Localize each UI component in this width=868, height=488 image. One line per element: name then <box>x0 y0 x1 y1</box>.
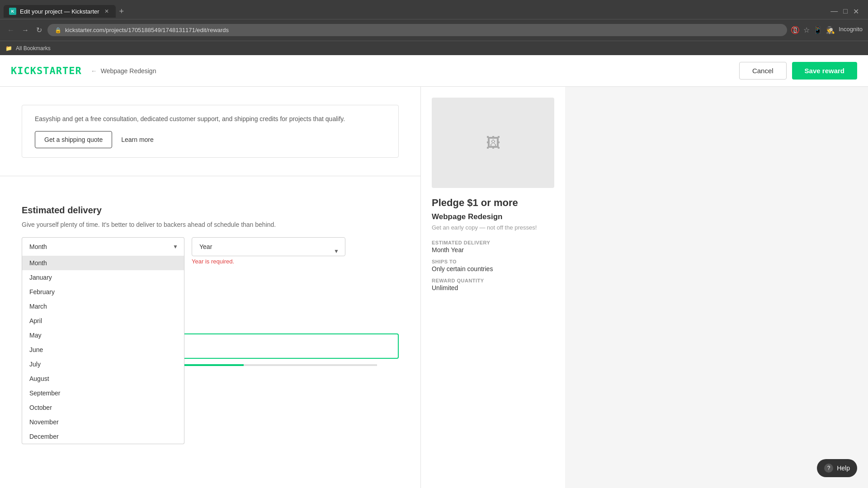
dropdown-item-december[interactable]: December <box>22 429 184 444</box>
dropdown-item-month[interactable]: Month <box>22 256 184 270</box>
save-reward-button[interactable]: Save reward <box>792 62 857 80</box>
reward-description: Get an early copy — not off the presses! <box>432 224 554 231</box>
main-content: Easyship and get a free consultation, de… <box>0 87 420 488</box>
year-error-text: Year is required. <box>192 258 345 265</box>
delivery-selects: Month January February March April May J… <box>22 237 399 265</box>
estimated-delivery-subtitle: Give yourself plenty of time. It's bette… <box>22 221 399 228</box>
dropdown-item-july[interactable]: July <box>22 357 184 371</box>
bookmarks-label[interactable]: All Bookmarks <box>16 45 51 52</box>
month-select[interactable]: Month January February March April May J… <box>22 237 184 256</box>
dropdown-item-september[interactable]: September <box>22 386 184 400</box>
estimated-delivery-section: Estimated delivery Give yourself plenty … <box>0 194 420 265</box>
dropdown-item-november[interactable]: November <box>22 415 184 429</box>
delivery-value: Month Year <box>432 246 554 253</box>
month-dropdown-menu: Month January February March April May J… <box>22 256 184 444</box>
shipping-promo-box: Easyship and get a free consultation, de… <box>22 105 399 158</box>
browser-toolbar: ← → ↻ 🔒 kickstarter.com/projects/1705188… <box>0 19 868 41</box>
pledge-amount: Pledge $1 or more <box>432 197 554 209</box>
dropdown-item-october[interactable]: October <box>22 400 184 415</box>
lock-icon: 🔒 <box>55 27 61 33</box>
cancel-button[interactable]: Cancel <box>739 62 787 80</box>
main-layout: Easyship and get a free consultation, de… <box>0 87 868 488</box>
reload-button[interactable]: ↻ <box>34 24 44 36</box>
quantity-label: REWARD QUANTITY <box>432 278 554 283</box>
sidebar: 🖼 Pledge $1 or more Webpage Redesign Get… <box>420 87 565 488</box>
incognito-icon[interactable]: 🕵️ <box>826 26 835 34</box>
back-button[interactable]: ← <box>5 24 16 36</box>
address-bar[interactable]: 🔒 kickstarter.com/projects/1705188549/17… <box>47 24 787 36</box>
ships-label: SHIPS TO <box>432 259 554 264</box>
help-label: Help <box>837 465 850 472</box>
sidebar-preview-image: 🖼 <box>432 98 554 188</box>
restore-button[interactable]: □ <box>843 7 848 16</box>
device-icon[interactable]: 📱 <box>813 26 822 34</box>
dropdown-item-may[interactable]: May <box>22 328 184 343</box>
tab-title: Edit your project — Kickstarter <box>20 8 99 15</box>
image-placeholder-icon: 🖼 <box>486 135 500 151</box>
tab-controls: — □ ✕ <box>830 7 864 16</box>
active-tab[interactable]: K Edit your project — Kickstarter ✕ <box>4 5 116 18</box>
kickstarter-logo[interactable]: KICKSTARTER <box>11 65 82 76</box>
shipping-promo-description: Easyship and get a free consultation, de… <box>35 114 386 124</box>
forward-button[interactable]: → <box>20 24 31 36</box>
reward-quantity-meta: REWARD QUANTITY Unlimited <box>432 278 554 291</box>
dropdown-item-august[interactable]: August <box>22 371 184 386</box>
minimize-button[interactable]: — <box>830 7 838 16</box>
delivery-label: ESTIMATED DELIVERY <box>432 240 554 245</box>
ships-value: Only certain countries <box>432 265 554 272</box>
spacer <box>0 176 420 194</box>
project-name: Webpage Redesign <box>101 67 156 75</box>
dropdown-item-february[interactable]: February <box>22 285 184 299</box>
close-window-button[interactable]: ✕ <box>853 7 859 16</box>
camera-off-icon[interactable]: 📵 <box>791 26 800 34</box>
toolbar-actions: 📵 ☆ 📱 🕵️ Incognito <box>791 26 863 34</box>
breadcrumb-arrow[interactable]: ← <box>91 67 97 75</box>
help-button[interactable]: ? Help <box>817 459 857 477</box>
tab-favicon: K <box>9 8 16 15</box>
bookmark-icon[interactable]: ☆ <box>803 26 810 34</box>
dropdown-item-march[interactable]: March <box>22 299 184 314</box>
browser-tabs: K Edit your project — Kickstarter ✕ + — … <box>0 0 868 19</box>
quantity-value: Unlimited <box>432 284 554 291</box>
estimated-delivery-meta: ESTIMATED DELIVERY Month Year <box>432 240 554 253</box>
sidebar-content: 🖼 Pledge $1 or more Webpage Redesign Get… <box>421 87 565 308</box>
estimated-delivery-title: Estimated delivery <box>22 205 399 216</box>
header-actions: Cancel Save reward <box>739 62 857 80</box>
shipping-promo-actions: Get a shipping quote Learn more <box>35 131 386 148</box>
app-header: KICKSTARTER ← Webpage Redesign Cancel Sa… <box>0 55 868 87</box>
help-icon: ? <box>824 464 833 473</box>
bookmarks-icon: 📁 <box>5 45 12 52</box>
incognito-label: Incognito <box>839 26 863 34</box>
breadcrumb: ← Webpage Redesign <box>91 67 156 75</box>
reward-title: Webpage Redesign <box>432 212 554 221</box>
dropdown-item-january[interactable]: January <box>22 270 184 285</box>
url-text: kickstarter.com/projects/1705188549/1748… <box>65 27 780 33</box>
ships-to-meta: SHIPS TO Only certain countries <box>432 259 554 272</box>
bookmarks-bar: 📁 All Bookmarks <box>0 41 868 55</box>
month-select-wrapper: Month January February March April May J… <box>22 237 184 256</box>
tab-close-button[interactable]: ✕ <box>103 8 110 15</box>
dropdown-item-april[interactable]: April <box>22 314 184 328</box>
dropdown-item-june[interactable]: June <box>22 343 184 357</box>
get-shipping-quote-button[interactable]: Get a shipping quote <box>35 131 112 148</box>
year-select[interactable]: Year <box>192 237 345 256</box>
new-tab-button[interactable]: + <box>116 5 128 18</box>
year-select-wrapper: Year ▼ Year is required. <box>192 237 345 265</box>
learn-more-link[interactable]: Learn more <box>121 136 154 143</box>
shipping-promo-section: Easyship and get a free consultation, de… <box>0 87 420 176</box>
